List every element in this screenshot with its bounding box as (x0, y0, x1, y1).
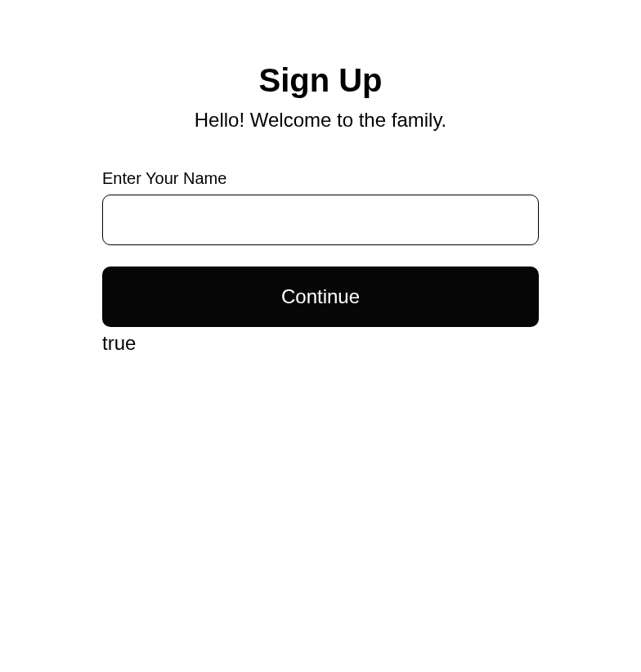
signup-form-container: Sign Up Hello! Welcome to the family. En… (102, 0, 539, 355)
stray-text: true (102, 332, 539, 355)
name-input[interactable] (102, 195, 539, 245)
continue-button[interactable]: Continue (102, 267, 539, 327)
name-input-label: Enter Your Name (102, 169, 539, 188)
page-title: Sign Up (102, 62, 539, 99)
page-subtitle: Hello! Welcome to the family. (102, 109, 539, 132)
